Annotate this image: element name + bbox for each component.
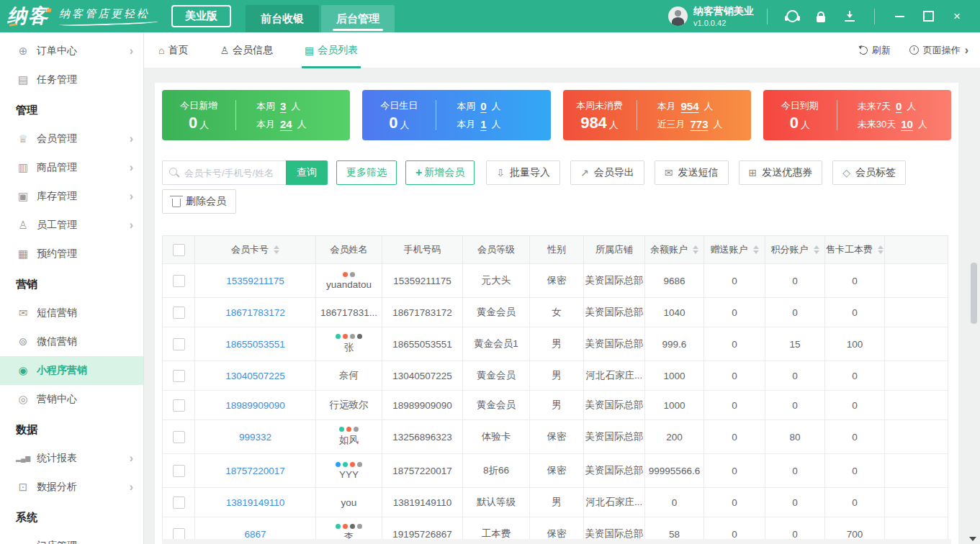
send-sms-button[interactable]: ✉发送短信 — [655, 160, 729, 185]
sort-icon[interactable] — [878, 245, 884, 254]
cell-balance: 200 — [645, 420, 704, 453]
cell-card-no[interactable]: 15359211175 — [195, 264, 316, 297]
table-row: 13040507225奈何13040507225黄金会员男河北石家庄...100… — [163, 361, 948, 390]
header-nav-back-office[interactable]: 后台管理 — [321, 5, 395, 32]
edition-badge: 美业版 — [171, 5, 231, 27]
lock-button[interactable] — [811, 6, 831, 27]
cell-name: 奈何 — [316, 361, 382, 390]
sidebar-item-inventory-management[interactable]: ▣库存管理› — [0, 182, 143, 211]
tab-member-list[interactable]: ▤会员列表 — [305, 32, 358, 68]
sort-desc-icon — [753, 250, 759, 254]
cell-store: 河北石家庄... — [584, 361, 645, 390]
cell-card-no[interactable]: 18655053551 — [195, 327, 316, 361]
minimize-button[interactable] — [885, 0, 914, 32]
stat-card-unit: 人 — [199, 119, 209, 130]
sort-asc-icon — [814, 245, 819, 249]
sidebar-item-task-management[interactable]: ▤任务管理 — [0, 65, 143, 94]
row-checkbox[interactable] — [173, 399, 185, 412]
sidebar-item-sms-marketing[interactable]: ✉短信营销 — [0, 299, 143, 327]
close-button[interactable]: × — [943, 0, 971, 32]
subrow-value[interactable]: 0 — [896, 101, 902, 112]
content-area: ⌂首页♙会员信息▤会员列表 刷新 页面操作 › 今日新增0人本周3人本月24人今… — [144, 32, 980, 544]
sort-icon[interactable] — [753, 245, 759, 254]
cell-card-no[interactable]: 18757220017 — [195, 454, 316, 487]
cell-phone: 15359211175 — [382, 264, 463, 297]
sidebar-item-member-management[interactable]: ♕会员管理› — [0, 124, 143, 153]
subrow-value[interactable]: 3 — [280, 101, 286, 112]
send-coupon-button[interactable]: ⊞发送优惠券 — [739, 160, 823, 185]
sidebar-item-label: 短信营销 — [37, 307, 133, 319]
row-checkbox[interactable] — [173, 275, 185, 287]
select-all-checkbox[interactable] — [173, 244, 185, 256]
sidebar-item-label: 订单中心 — [37, 45, 130, 58]
row-checkbox[interactable] — [173, 465, 185, 477]
column-header-balance[interactable]: 余额账户 — [645, 236, 704, 263]
sort-icon[interactable] — [693, 245, 698, 254]
sidebar-item-miniprogram-marketing[interactable]: ◉小程序营销 — [0, 356, 143, 385]
cell-balance: 999.6 — [645, 327, 704, 361]
subrow-value[interactable]: 0 — [480, 101, 486, 112]
delete-member-button[interactable]: 删除会员 — [162, 189, 236, 214]
sidebar-item-stats-report[interactable]: ▂▄▆统计报表› — [0, 444, 143, 473]
subrow-value[interactable]: 773 — [691, 119, 709, 130]
header-nav-front-desk[interactable]: 前台收银 — [246, 5, 319, 32]
tag-dot — [343, 334, 348, 339]
import-icon: ⇩ — [496, 168, 505, 178]
sidebar-item-product-management[interactable]: ▥商品管理› — [0, 153, 143, 182]
row-checkbox[interactable] — [173, 497, 185, 509]
page-scrollbar-thumb[interactable] — [971, 263, 977, 324]
sidebar-item-wechat-marketing[interactable]: ⊚微信营销 — [0, 327, 143, 356]
scroll-down-icon[interactable] — [969, 537, 976, 541]
cell-card-no[interactable]: 18671783172 — [195, 298, 316, 327]
query-button[interactable]: 查询 — [286, 160, 328, 185]
download-button[interactable] — [840, 6, 860, 27]
row-checkbox[interactable] — [173, 338, 185, 350]
maximize-button[interactable] — [914, 0, 943, 32]
column-header-points[interactable]: 积分账户 — [765, 236, 825, 263]
page-ops-button[interactable]: 页面操作 › — [909, 44, 968, 57]
tab-home[interactable]: ⌂首页 — [158, 32, 188, 68]
cell-name: 186717831... — [316, 298, 382, 327]
cell-card-no[interactable]: 18989909090 — [195, 391, 316, 420]
tag-dot — [357, 334, 362, 339]
subrow-unit: 人 — [297, 118, 307, 131]
member-export-button[interactable]: ↗会员导出 — [570, 160, 644, 185]
batch-import-button[interactable]: ⇩批量导入 — [486, 160, 560, 185]
cell-balance: 9686 — [645, 264, 704, 297]
column-header-gift[interactable]: 赠送账户 — [704, 236, 765, 263]
cell-store: 美资国际总部 — [584, 327, 645, 361]
subrow-value[interactable]: 954 — [681, 101, 699, 112]
support-button[interactable] — [782, 6, 802, 27]
cell-card-no[interactable]: 13819149110 — [195, 488, 316, 517]
row-checkbox[interactable] — [173, 370, 185, 382]
sidebar-item-store-management[interactable]: ⌂门店管理› — [0, 532, 143, 544]
refresh-button[interactable]: 刷新 — [859, 44, 891, 57]
column-header-card-fee[interactable]: 售卡工本费 — [825, 236, 885, 263]
more-filter-button[interactable]: 更多筛选 — [336, 160, 397, 185]
subrow-value[interactable]: 10 — [901, 119, 913, 130]
sidebar-item-appointment-management[interactable]: ▦预约管理 — [0, 240, 143, 268]
row-checkbox[interactable] — [173, 528, 185, 540]
clock-icon — [909, 45, 919, 55]
row-checkbox[interactable] — [173, 431, 185, 443]
cell-card-no[interactable]: 13040507225 — [195, 361, 316, 390]
sidebar-item-data-analysis[interactable]: ⊡数据分析› — [0, 473, 143, 502]
cell-card-no[interactable]: 999332 — [195, 420, 316, 453]
subrow-value[interactable]: 24 — [280, 119, 292, 130]
column-header-card-no[interactable]: 会员卡号 — [195, 236, 316, 263]
sidebar-item-marketing-center[interactable]: ◎营销中心 — [0, 385, 143, 414]
add-member-button[interactable]: + 新增会员 — [405, 160, 475, 185]
search-input[interactable] — [162, 160, 286, 185]
sort-icon[interactable] — [814, 245, 819, 254]
user-box[interactable]: 纳客营销美业 v1.0.0.42 — [668, 5, 754, 27]
member-tag-button[interactable]: ◇会员标签 — [832, 160, 906, 185]
sidebar-item-order-center[interactable]: ⊕订单中心› — [0, 37, 143, 65]
sidebar-item-staff-management[interactable]: ♙员工管理› — [0, 211, 143, 240]
table-hscroll-track[interactable] — [162, 539, 951, 544]
cell-level: 体验卡 — [463, 420, 530, 453]
table-row: 999332如风13256896323体验卡保密美资国际总部2000800 — [163, 420, 948, 453]
subrow-value[interactable]: 1 — [480, 119, 486, 130]
tab-member-info[interactable]: ♙会员信息 — [220, 32, 273, 68]
row-checkbox[interactable] — [173, 307, 185, 319]
sort-icon[interactable] — [274, 245, 279, 254]
